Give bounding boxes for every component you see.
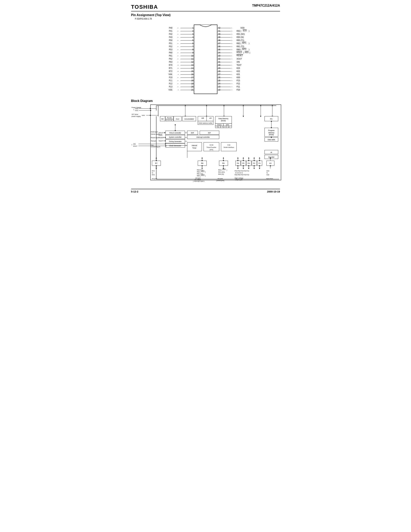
svg-text:DC: DC <box>228 126 230 128</box>
date: 2000-10-19 <box>267 190 280 193</box>
svg-text:R81 (T2): R81 (T2) <box>236 46 244 48</box>
svg-text:Timer: Timer <box>192 147 196 149</box>
svg-text:EIF: EIF <box>208 132 211 134</box>
svg-text:←: ← <box>177 55 179 57</box>
svg-text:(RAM): (RAM) <box>221 120 226 122</box>
svg-text:Interval: Interval <box>192 144 197 146</box>
svg-text:TC1: TC1 <box>217 126 219 128</box>
svg-text:P42: P42 <box>169 33 172 35</box>
svg-text:R80 (: R80 ( <box>197 175 201 177</box>
svg-text:SCK: SCK <box>223 169 226 171</box>
svg-text:P41: P41 <box>169 30 172 32</box>
svg-text:Timer/Counter: Timer/Counter <box>206 146 216 148</box>
svg-text:P10: P10 <box>169 76 172 78</box>
svg-text:4-bit: 4-bit <box>227 144 230 146</box>
svg-text:): ) <box>227 169 227 171</box>
svg-text:VDD: VDD <box>135 108 138 110</box>
svg-text:←: ← <box>177 51 179 54</box>
svg-text:R91 (SO): R91 (SO) <box>218 171 225 173</box>
svg-rect-0 <box>194 25 217 94</box>
svg-text:VDD: VDD <box>240 27 244 29</box>
svg-text:→: → <box>231 89 233 91</box>
svg-text:←: ← <box>231 64 233 66</box>
svg-text:): ) <box>249 42 249 45</box>
svg-text:XOUT: XOUT <box>236 58 242 60</box>
svg-text:): ) <box>205 175 206 177</box>
svg-text:Interrupt controller: Interrupt controller <box>196 136 210 138</box>
svg-text:High voltage: High voltage <box>235 177 243 179</box>
svg-text:R92 (: R92 ( <box>236 30 241 32</box>
svg-text:INT1: INT1 <box>242 42 246 44</box>
svg-text:P6: P6 <box>237 162 239 164</box>
svg-text:K00: K00 <box>267 174 270 176</box>
svg-text:↔: ↔ <box>177 67 179 69</box>
svg-text:I/O port: I/O port <box>152 178 157 180</box>
svg-text:P23: P23 <box>236 79 240 82</box>
svg-text:K00: K00 <box>236 76 240 78</box>
svg-text:Memory: Memory <box>268 132 274 134</box>
svg-text:P62: P62 <box>169 58 172 60</box>
svg-text:FLAG: FLAG <box>167 117 172 119</box>
svg-text:output port: output port <box>235 179 243 181</box>
svg-text:VKK: VKK <box>168 73 172 76</box>
svg-text:R9: R9 <box>222 162 224 164</box>
svg-text:←: ← <box>177 33 179 35</box>
pin-assignment-title: Pin Assignment (Top View) <box>131 13 280 17</box>
svg-text:P53: P53 <box>169 48 172 51</box>
svg-text:INT1: INT1 <box>201 171 205 172</box>
svg-text:P40: P40 <box>169 27 172 29</box>
svg-text:RAM address buffer: RAM address buffer <box>199 122 212 124</box>
svg-text:←: ← <box>177 39 179 41</box>
svg-text:Decoder: Decoder <box>268 156 274 158</box>
svg-text:INT2: INT2 <box>242 48 246 50</box>
svg-text:(Serial port): (Serial port) <box>216 180 224 181</box>
svg-text:R8: R8 <box>201 162 203 164</box>
page-header: TOSHIBA TMP47C212A/412A <box>131 4 280 11</box>
svg-text:(ROM): (ROM) <box>269 134 274 136</box>
svg-text:(KE0): (KE0) <box>159 134 162 136</box>
svg-text:Input Port: Input Port <box>266 178 273 180</box>
page-number: 5-12-2 <box>131 190 139 193</box>
svg-text:G: G <box>171 120 172 121</box>
block-diagram-section: Block Diagram Power Supply { VDD VSS VFT… <box>131 99 280 187</box>
svg-text:R82 (: R82 ( <box>197 171 201 173</box>
svg-text:↔: ↔ <box>231 48 233 51</box>
svg-text:←: ← <box>231 70 233 72</box>
svg-text:to: to <box>152 172 153 174</box>
svg-text:Serial Interface: Serial Interface <box>224 146 234 148</box>
svg-text:PC: PC <box>270 118 272 120</box>
svg-text:↔: ↔ <box>177 70 179 72</box>
svg-text:←: ← <box>177 36 179 38</box>
svg-text:(: ( <box>243 52 244 54</box>
svg-text:→: → <box>231 86 233 88</box>
svg-text:Z: Z <box>168 120 169 121</box>
svg-text:P20: P20 <box>236 89 240 91</box>
svg-text:HOLD: HOLD <box>159 132 163 134</box>
svg-text:R91 (SO): R91 (SO) <box>236 33 245 35</box>
model-number: TMP47C212A/412A <box>252 4 280 7</box>
svg-text:↔: ↔ <box>231 45 233 48</box>
svg-text:to: to <box>267 172 268 174</box>
svg-text:←: ← <box>177 27 179 29</box>
svg-text:S: S <box>169 120 170 121</box>
svg-text:to     to    to     to    to: to to to to to <box>235 172 243 174</box>
svg-text:R70: R70 <box>152 174 155 176</box>
svg-text:System controller: System controller <box>169 136 182 138</box>
svg-text:{: { <box>133 109 134 110</box>
svg-text:Reset input: Reset input <box>151 137 159 139</box>
svg-text:←: ← <box>231 27 233 29</box>
svg-text:K03: K03 <box>267 170 270 172</box>
svg-text:(Sense input): (Sense input) <box>151 133 159 135</box>
block-diagram-title: Block Diagram <box>131 99 280 103</box>
svg-text:HOLD: HOLD <box>236 51 242 53</box>
svg-text:P4: P4 <box>248 162 250 164</box>
svg-text:Clock Generator: Clock Generator <box>169 145 181 147</box>
svg-text:Accumulator: Accumulator <box>184 118 194 120</box>
svg-text:RESET: RESET <box>236 54 243 57</box>
svg-text:): ) <box>250 52 250 54</box>
svg-text:P13: P13 <box>169 86 172 88</box>
svg-text:P11: P11 <box>169 79 172 82</box>
svg-text:→: → <box>231 82 233 85</box>
svg-text:XIN: XIN <box>236 61 240 63</box>
svg-text:→: → <box>231 58 233 60</box>
